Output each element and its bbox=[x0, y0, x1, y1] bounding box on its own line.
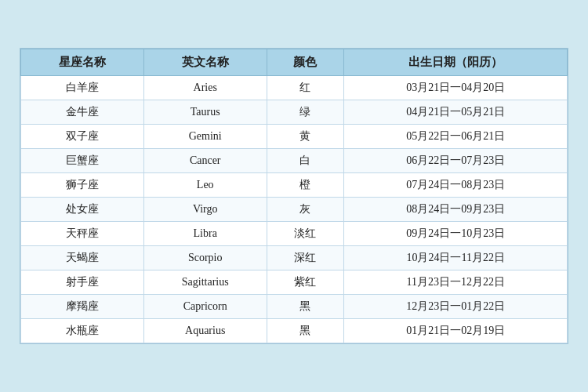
cell-color: 绿 bbox=[267, 100, 344, 125]
cell-english-name: Scorpio bbox=[143, 246, 267, 270]
cell-dates: 06月22日一07月23日 bbox=[344, 149, 568, 173]
cell-english-name: Libra bbox=[143, 222, 267, 246]
cell-chinese-name: 金牛座 bbox=[21, 100, 144, 125]
cell-dates: 12月23日一01月22日 bbox=[344, 295, 568, 319]
cell-dates: 11月23日一12月22日 bbox=[344, 270, 568, 295]
table-row: 双子座Gemini黄05月22日一06月21日 bbox=[21, 125, 568, 149]
table-row: 天秤座Libra淡红09月24日一10月23日 bbox=[21, 222, 568, 246]
cell-chinese-name: 白羊座 bbox=[21, 76, 144, 100]
cell-english-name: Virgo bbox=[143, 198, 267, 222]
table-row: 金牛座Taurus绿04月21日一05月21日 bbox=[21, 100, 568, 125]
cell-dates: 05月22日一06月21日 bbox=[344, 125, 568, 149]
cell-chinese-name: 巨蟹座 bbox=[21, 149, 144, 173]
header-dates: 出生日期（阳历） bbox=[344, 49, 568, 76]
cell-dates: 03月21日一04月20日 bbox=[344, 76, 568, 100]
table-row: 水瓶座Aquarius黑01月21日一02月19日 bbox=[21, 319, 568, 343]
table-header-row: 星座名称 英文名称 颜色 出生日期（阳历） bbox=[21, 49, 568, 76]
header-color: 颜色 bbox=[267, 49, 344, 76]
table-row: 处女座Virgo灰08月24日一09月23日 bbox=[21, 198, 568, 222]
cell-color: 黑 bbox=[267, 319, 344, 343]
cell-english-name: Capricorn bbox=[143, 295, 267, 319]
table-body: 白羊座Aries红03月21日一04月20日金牛座Taurus绿04月21日一0… bbox=[21, 76, 568, 343]
header-chinese-name: 星座名称 bbox=[21, 49, 144, 76]
cell-chinese-name: 处女座 bbox=[21, 198, 144, 222]
cell-chinese-name: 射手座 bbox=[21, 270, 144, 295]
cell-chinese-name: 狮子座 bbox=[21, 173, 144, 198]
cell-color: 黄 bbox=[267, 125, 344, 149]
header-english-name: 英文名称 bbox=[143, 49, 267, 76]
cell-chinese-name: 双子座 bbox=[21, 125, 144, 149]
cell-english-name: Taurus bbox=[143, 100, 267, 125]
cell-color: 红 bbox=[267, 76, 344, 100]
cell-english-name: Sagittarius bbox=[143, 270, 267, 295]
cell-english-name: Leo bbox=[143, 173, 267, 198]
cell-chinese-name: 水瓶座 bbox=[21, 319, 144, 343]
cell-color: 白 bbox=[267, 149, 344, 173]
table-row: 射手座Sagittarius紫红11月23日一12月22日 bbox=[21, 270, 568, 295]
cell-english-name: Aries bbox=[143, 76, 267, 100]
table-row: 天蝎座Scorpio深红10月24日一11月22日 bbox=[21, 246, 568, 270]
cell-dates: 07月24日一08月23日 bbox=[344, 173, 568, 198]
cell-color: 橙 bbox=[267, 173, 344, 198]
cell-color: 淡红 bbox=[267, 222, 344, 246]
cell-chinese-name: 天蝎座 bbox=[21, 246, 144, 270]
cell-color: 紫红 bbox=[267, 270, 344, 295]
cell-chinese-name: 摩羯座 bbox=[21, 295, 144, 319]
table-row: 狮子座Leo橙07月24日一08月23日 bbox=[21, 173, 568, 198]
zodiac-table: 星座名称 英文名称 颜色 出生日期（阳历） 白羊座Aries红03月21日一04… bbox=[20, 49, 568, 343]
table-row: 白羊座Aries红03月21日一04月20日 bbox=[21, 76, 568, 100]
cell-dates: 01月21日一02月19日 bbox=[344, 319, 568, 343]
cell-english-name: Cancer bbox=[143, 149, 267, 173]
zodiac-table-container: 星座名称 英文名称 颜色 出生日期（阳历） 白羊座Aries红03月21日一04… bbox=[20, 48, 568, 344]
table-row: 摩羯座Capricorn黑12月23日一01月22日 bbox=[21, 295, 568, 319]
cell-dates: 08月24日一09月23日 bbox=[344, 198, 568, 222]
cell-color: 深红 bbox=[267, 246, 344, 270]
cell-dates: 10月24日一11月22日 bbox=[344, 246, 568, 270]
cell-chinese-name: 天秤座 bbox=[21, 222, 144, 246]
cell-dates: 04月21日一05月21日 bbox=[344, 100, 568, 125]
cell-color: 灰 bbox=[267, 198, 344, 222]
cell-english-name: Aquarius bbox=[143, 319, 267, 343]
table-row: 巨蟹座Cancer白06月22日一07月23日 bbox=[21, 149, 568, 173]
cell-dates: 09月24日一10月23日 bbox=[344, 222, 568, 246]
cell-english-name: Gemini bbox=[143, 125, 267, 149]
cell-color: 黑 bbox=[267, 295, 344, 319]
